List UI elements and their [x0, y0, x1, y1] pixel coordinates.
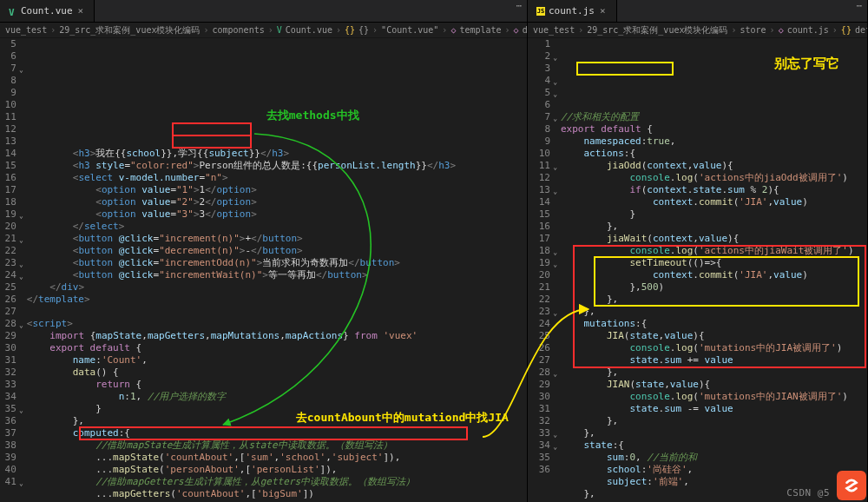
code-line[interactable]: console.log('actions中的jiaWait被调用了') [561, 245, 867, 257]
code-line[interactable]: console.log('actions中的jiaOdd被调用了') [561, 172, 867, 184]
note-green-methods: 去找methods中找 [266, 109, 359, 122]
code-line[interactable]: state.sum += value [561, 354, 867, 367]
tab-label: count.js [549, 5, 595, 17]
code-line[interactable]: n:1, //用户选择的数字 [27, 391, 527, 403]
code-line[interactable]: //借助mapState生成计算属性，从state中读取数据。（数组写法） [27, 439, 527, 452]
code-line[interactable]: JIA(state,value){ [561, 330, 867, 342]
code-line[interactable]: if(context.state.sum % 2){ [561, 184, 867, 196]
code-line[interactable]: ...mapState('personAbout',['personList']… [27, 464, 527, 476]
close-icon[interactable]: × [598, 5, 608, 17]
right-editor[interactable]: 12⌄34⌄5⌄67⌄891011⌄1213⌄1415161718⌄19⌄202… [528, 38, 867, 502]
code-line[interactable]: sum:0, //当前的和 [561, 452, 867, 464]
code-line[interactable]: <button @click="incrementOdd(n)">当前求和为奇数… [27, 257, 527, 269]
right-tab-bar: JS count.js × ⋯ [528, 0, 867, 23]
code-line[interactable]: }, [27, 415, 527, 427]
tab-overflow-icon[interactable]: ⋯ [510, 0, 527, 22]
code-line[interactable]: }, [561, 415, 867, 427]
code-line[interactable]: export default { [27, 342, 527, 354]
left-code[interactable]: 去找methods中找 去countAbount中的mutationd中找JIA… [23, 38, 527, 502]
code-line[interactable]: subject:'前端', [561, 476, 867, 488]
code-line[interactable]: <h3 style="color:red">Person组件的总人数是:{{pe… [27, 160, 527, 172]
code-line[interactable]: </template> [27, 294, 527, 306]
code-line[interactable]: ...mapState('countAbout',['sum','school'… [27, 452, 527, 464]
code-line[interactable]: </div> [27, 281, 527, 294]
code-line[interactable]: namespaced:true, [561, 135, 867, 148]
code-line[interactable]: console.log('mutations中的JIAN被调用了') [561, 391, 867, 403]
red-box-increment [172, 122, 252, 136]
breadcrumb-item[interactable]: components [212, 25, 264, 35]
code-line[interactable]: <select v-model.number="n"> [27, 172, 527, 184]
code-line[interactable]: }, [561, 221, 867, 233]
code-line[interactable]: data() { [27, 367, 527, 379]
breadcrumb-item[interactable]: vue_test [533, 25, 575, 35]
left-editor-pane: V Count.vue × ⋯ vue_test›29_src_求和案例_vue… [0, 0, 528, 502]
code-line[interactable]: <h3>我在{{school}},学习{{subject}}</h3> [27, 148, 527, 160]
breadcrumb-item[interactable]: 29_src_求和案例_vuex模块化编码 [587, 24, 727, 36]
sogou-logo-icon [837, 471, 866, 500]
tab-count-js[interactable]: JS count.js × [528, 0, 617, 22]
code-line[interactable]: JIAN(state,value){ [561, 379, 867, 391]
tab-count-vue[interactable]: V Count.vue × [0, 0, 95, 22]
code-line[interactable]: },500) [561, 281, 867, 294]
code-line[interactable]: state:{ [561, 439, 867, 452]
breadcrumb-item[interactable]: div [523, 25, 527, 35]
close-icon[interactable]: × [76, 5, 86, 17]
left-tab-bar: V Count.vue × ⋯ [0, 0, 527, 23]
code-line[interactable]: <button @click="decrement(n)">-</button> [27, 245, 527, 257]
breadcrumb-item[interactable]: template [459, 25, 501, 35]
tab-overflow-icon[interactable]: ⋯ [851, 0, 867, 22]
left-breadcrumb[interactable]: vue_test›29_src_求和案例_vuex模块化编码›component… [0, 23, 527, 38]
breadcrumb-item[interactable]: {} [358, 25, 369, 35]
note-yellow-right: 别忘了写它 [774, 57, 839, 69]
code-line[interactable]: setTimeout(()=>{ [561, 257, 867, 269]
right-code[interactable]: 别忘了写它 //求和相关的配置export default { namespac… [557, 38, 867, 502]
right-editor-pane: JS count.js × ⋯ vue_test›29_src_求和案例_vue… [528, 0, 868, 502]
code-line[interactable]: context.commit('JIA',value) [561, 269, 867, 281]
breadcrumb-item[interactable]: 29_src_求和案例_vuex模块化编码 [59, 24, 200, 36]
code-line[interactable]: }, [561, 427, 867, 439]
breadcrumb-item[interactable]: vue_test [5, 25, 47, 35]
code-line[interactable]: mutations:{ [561, 318, 867, 330]
code-line[interactable]: export default { [561, 123, 867, 135]
red-box-decrement [172, 135, 252, 149]
code-line[interactable]: import {mapState,mapGetters,mapMutations… [27, 330, 527, 342]
code-line[interactable]: } [27, 403, 527, 415]
code-line[interactable]: context.commit('JIA',value) [561, 196, 867, 208]
code-line[interactable]: //借助mapGetters生成计算属性，从getters中读取数据。（数组写法… [27, 476, 527, 488]
code-line[interactable]: name:'Count', [27, 354, 527, 367]
code-line[interactable]: <button @click="incrementWait(n)">等一等再加<… [27, 269, 527, 281]
code-line[interactable]: state.sum -= value [561, 403, 867, 415]
code-line[interactable]: <script> [27, 318, 527, 330]
breadcrumb-item[interactable]: count.js [787, 25, 829, 35]
code-line[interactable]: school:'尚硅谷', [561, 464, 867, 476]
code-line[interactable]: }, [561, 367, 867, 379]
tab-label: Count.vue [21, 5, 73, 17]
breadcrumb-item[interactable]: Count.vue [286, 25, 332, 35]
code-line[interactable]: return { [27, 379, 527, 391]
left-editor[interactable]: 567⌄8910111213141516171819⌄2021⌄2223⌄24⌄… [0, 38, 527, 502]
code-line[interactable]: </select> [27, 221, 527, 233]
code-line[interactable]: <option value="1">1</option> [27, 184, 527, 196]
code-line[interactable]: jiaOdd(context,value){ [561, 160, 867, 172]
watermark: CSDN @5 [786, 487, 830, 499]
code-line[interactable]: <button @click="increment(n)">+</button> [27, 233, 527, 245]
right-breadcrumb[interactable]: vue_test›29_src_求和案例_vuex模块化编码›store›◇co… [528, 23, 867, 38]
vue-icon: V [9, 7, 17, 16]
code-line[interactable]: //求和相关的配置 [561, 111, 867, 123]
code-line[interactable]: ...mapGetters('countAbout',['bigSum']) [27, 488, 527, 500]
breadcrumb-item[interactable]: store [740, 25, 766, 35]
code-line[interactable]: <option value="2">2</option> [27, 196, 527, 208]
code-line[interactable]: <option value="3">3</option> [27, 208, 527, 221]
code-line[interactable]: } [561, 208, 867, 221]
code-line[interactable]: }, [561, 306, 867, 318]
yellow-box-namespaced [576, 62, 674, 76]
code-line[interactable]: console.log('mutations中的JIA被调用了') [561, 342, 867, 354]
breadcrumb-item[interactable]: default [855, 25, 867, 35]
code-line[interactable]: jiaWait(context,value){ [561, 233, 867, 245]
code-line[interactable]: }, [561, 294, 867, 306]
app-root: V Count.vue × ⋯ vue_test›29_src_求和案例_vue… [0, 0, 868, 502]
code-line[interactable]: computed:{ [27, 427, 527, 439]
code-line[interactable] [27, 306, 527, 318]
breadcrumb-item[interactable]: "Count.vue" [381, 25, 438, 35]
code-line[interactable]: actions:{ [561, 148, 867, 160]
